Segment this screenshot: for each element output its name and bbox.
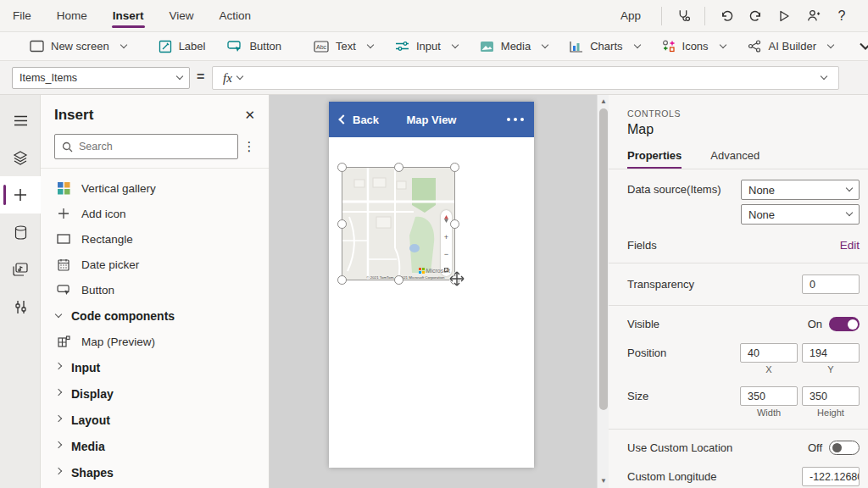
- insert-item-add-icon[interactable]: Add icon: [41, 201, 269, 226]
- data-source-dropdown-1[interactable]: None: [741, 180, 860, 200]
- formula-expand-chevron[interactable]: [821, 73, 827, 80]
- insert-search-input[interactable]: [79, 141, 231, 152]
- category-shapes[interactable]: Shapes: [41, 459, 269, 485]
- position-y-input[interactable]: 194: [802, 343, 860, 363]
- map-nav-controls[interactable]: + −: [441, 210, 452, 276]
- app-scope-label[interactable]: App: [620, 9, 641, 22]
- divider: [609, 305, 868, 306]
- visible-label: Visible: [627, 318, 808, 330]
- insert-rail-icon[interactable]: [0, 176, 41, 214]
- top-menu-bar: File Home Insert View Action App: [0, 0, 868, 32]
- button-icon: [56, 284, 71, 296]
- tree-view-icon[interactable]: [0, 139, 41, 176]
- play-preview-icon[interactable]: [770, 5, 798, 27]
- map-artwork: [342, 168, 454, 280]
- scroll-down-icon[interactable]: ▼: [598, 474, 609, 486]
- zoom-out-icon[interactable]: −: [444, 251, 448, 258]
- tab-advanced[interactable]: Advanced: [710, 144, 760, 169]
- menu-insert[interactable]: Insert: [100, 0, 157, 32]
- formula-bar: Items_Items = fx: [0, 61, 868, 95]
- compass-icon[interactable]: [443, 215, 449, 225]
- insert-item-rectangle[interactable]: Rectangle: [41, 226, 269, 252]
- insert-item-button[interactable]: Button: [41, 277, 269, 302]
- ribbon-input[interactable]: Input: [384, 32, 469, 61]
- resize-handle[interactable]: [394, 275, 403, 285]
- menu-file[interactable]: File: [0, 0, 44, 32]
- search-icon: [62, 141, 73, 152]
- insert-panel: Insert ✕ ⋮ Vertical gallery Add icon Rec…: [41, 95, 270, 488]
- fields-edit-link[interactable]: Edit: [840, 239, 860, 252]
- screen-header: Map View Back: [329, 102, 534, 137]
- category-media[interactable]: Media: [41, 433, 269, 459]
- zoom-in-icon[interactable]: +: [444, 234, 448, 241]
- ribbon-charts[interactable]: Charts: [559, 32, 650, 61]
- menu-view[interactable]: View: [157, 0, 207, 32]
- app-checker-icon[interactable]: [669, 5, 698, 27]
- insert-item-map-preview[interactable]: Map (Preview): [41, 329, 269, 354]
- scroll-up-icon[interactable]: ▲: [598, 95, 609, 107]
- chevron-right-icon: [55, 441, 62, 447]
- advanced-tools-icon[interactable]: [0, 288, 41, 325]
- chevron-down-icon: [367, 41, 374, 47]
- resize-handle[interactable]: [337, 163, 347, 172]
- ribbon-text[interactable]: Abc Text: [303, 32, 384, 61]
- chevron-down-icon: [55, 310, 62, 317]
- category-code-components[interactable]: Code components: [41, 302, 269, 329]
- transparency-label: Transparency: [627, 278, 802, 291]
- resize-handle[interactable]: [450, 163, 459, 172]
- data-sources-icon[interactable]: [0, 214, 41, 251]
- chevron-right-icon: [55, 467, 62, 474]
- category-display[interactable]: Display: [41, 380, 269, 407]
- chevron-right-icon: [55, 414, 62, 421]
- resize-handle[interactable]: [337, 219, 347, 229]
- resize-handle[interactable]: [337, 275, 347, 285]
- tab-properties[interactable]: Properties: [627, 144, 682, 169]
- property-selector[interactable]: Items_Items: [12, 67, 190, 89]
- category-layout[interactable]: Layout: [41, 407, 269, 433]
- size-height-input[interactable]: 350: [802, 386, 860, 406]
- formula-input[interactable]: [242, 67, 816, 89]
- custom-longitude-input[interactable]: -122.12680: [802, 467, 860, 486]
- close-icon[interactable]: ✕: [244, 108, 255, 123]
- chevron-down-icon: [827, 41, 834, 47]
- insert-item-date-picker[interactable]: Date picker: [41, 252, 269, 277]
- ribbon-new-screen[interactable]: New screen: [19, 32, 137, 61]
- position-x-input[interactable]: 40: [740, 343, 798, 363]
- hamburger-menu-icon[interactable]: [0, 102, 41, 139]
- transparency-input[interactable]: 0: [802, 274, 860, 294]
- menu-action[interactable]: Action: [207, 0, 264, 32]
- share-user-icon[interactable]: [798, 5, 827, 27]
- insert-item-vertical-gallery[interactable]: Vertical gallery: [41, 175, 269, 201]
- map-control-selected[interactable]: + − Microsoft © 2021 TomTom, © 2021 Micr…: [342, 167, 455, 280]
- resize-handle[interactable]: [450, 219, 459, 229]
- ribbon-label[interactable]: Label: [147, 32, 217, 61]
- media-rail-icon[interactable]: [0, 251, 41, 288]
- visible-toggle[interactable]: [829, 317, 860, 331]
- ribbon-ai-builder[interactable]: AI Builder: [737, 32, 844, 61]
- insert-search-box[interactable]: [54, 134, 238, 159]
- kebab-menu-icon[interactable]: ⋮: [238, 139, 260, 154]
- size-width-input[interactable]: 350: [740, 386, 798, 406]
- redo-icon[interactable]: [741, 5, 770, 27]
- help-icon[interactable]: ?: [827, 5, 856, 27]
- ribbon-media[interactable]: Media: [469, 32, 559, 61]
- panel-eyebrow: CONTROLS: [609, 95, 868, 120]
- data-source-dropdown-2[interactable]: None: [741, 204, 860, 225]
- ribbon-icons[interactable]: Icons: [651, 32, 737, 61]
- ribbon-button[interactable]: Button: [216, 32, 292, 61]
- properties-panel: CONTROLS Map Properties Advanced Data so…: [609, 95, 868, 488]
- canvas-scrollbar[interactable]: ▲ ▼: [597, 95, 609, 488]
- app-screen[interactable]: Map View Back: [329, 102, 534, 468]
- scrollbar-thumb[interactable]: [599, 108, 608, 410]
- fx-label[interactable]: fx: [213, 71, 236, 86]
- custom-location-toggle[interactable]: [829, 441, 860, 455]
- category-input[interactable]: Input: [41, 354, 269, 380]
- chevron-right-icon: [55, 362, 62, 369]
- resize-handle[interactable]: [394, 163, 403, 172]
- x-caption: X: [765, 364, 771, 374]
- divider: [609, 429, 868, 430]
- chevron-down-icon: [633, 41, 640, 47]
- ribbon-expand-chevron[interactable]: [844, 32, 868, 61]
- menu-home[interactable]: Home: [44, 0, 100, 32]
- undo-icon[interactable]: [712, 5, 741, 27]
